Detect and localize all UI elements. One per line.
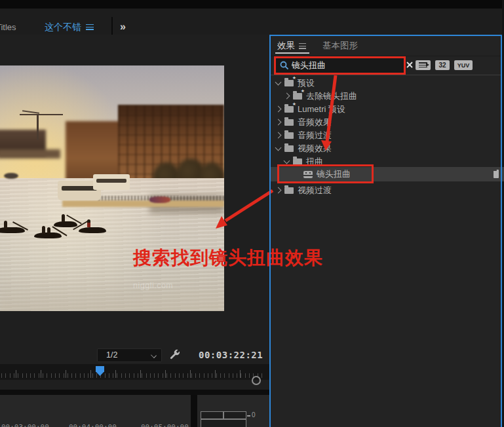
gondolier bbox=[4, 221, 7, 229]
moored-boat bbox=[149, 196, 170, 203]
chevron-right-icon[interactable] bbox=[275, 187, 282, 194]
panel-menu-icon[interactable] bbox=[299, 43, 306, 49]
annotation-note-text: 搜索找到镜头扭曲效果 bbox=[133, 246, 323, 270]
tree-item-video-transitions[interactable]: 视频过渡 bbox=[271, 184, 504, 197]
tree-item-lens-distortion-selected[interactable]: 镜头扭曲 bbox=[271, 167, 504, 181]
effect-icon bbox=[303, 171, 313, 178]
tree-item-distort[interactable]: 扭曲 bbox=[271, 155, 504, 168]
tree-item-audio-transitions[interactable]: 音频过渡 bbox=[271, 129, 504, 142]
bin-icon bbox=[284, 132, 294, 139]
chevron-right-icon[interactable] bbox=[275, 132, 282, 139]
effects-search-box[interactable] bbox=[276, 58, 404, 73]
watermark-text: niggli.com bbox=[133, 281, 173, 290]
header-seam bbox=[271, 56, 501, 56]
tree-label: 去除镜头扭曲 bbox=[306, 90, 357, 102]
audio-meter bbox=[201, 411, 246, 427]
tree-item-remove-lens-distortion[interactable]: 去除镜头扭曲 bbox=[271, 90, 504, 103]
audio-meter-panel: 0 bbox=[197, 395, 270, 427]
gondolier bbox=[42, 226, 45, 234]
search-icon bbox=[280, 61, 289, 73]
search-input[interactable] bbox=[292, 58, 400, 73]
crane-mast bbox=[37, 114, 39, 140]
panel-seam bbox=[0, 390, 270, 395]
tab-titles[interactable]: Titles bbox=[0, 22, 16, 32]
filter-yuv-button[interactable]: YUV bbox=[454, 60, 473, 70]
tab-essential-graphics[interactable]: 基本图形 bbox=[322, 40, 358, 52]
bin-icon bbox=[284, 145, 294, 152]
crane-icon bbox=[20, 114, 63, 115]
chevron-down-icon[interactable] bbox=[275, 79, 282, 86]
zoom-level-select[interactable]: 1/2 bbox=[97, 348, 162, 362]
chevron-down-icon[interactable] bbox=[284, 158, 290, 164]
tree-label: 音频过渡 bbox=[298, 130, 332, 141]
preset-bin-icon bbox=[284, 80, 294, 86]
tree-item-presets[interactable]: 预设 bbox=[271, 77, 504, 90]
video-preview[interactable]: niggli.com bbox=[0, 65, 224, 311]
filter-32bit-button[interactable]: 32 bbox=[435, 60, 450, 70]
program-monitor-panel: niggli.com 1/2 00:03:22:21 bbox=[0, 35, 270, 393]
tab-overflow-chevron[interactable]: » bbox=[120, 21, 126, 33]
tree-item-audio-effects[interactable]: 音频效果 bbox=[271, 116, 504, 129]
tree-label: 镜头扭曲 bbox=[317, 168, 351, 180]
tree-item-video-effects[interactable]: 视频效果 bbox=[271, 142, 504, 155]
panel-menu-icon[interactable] bbox=[86, 24, 94, 30]
tree-label: 视频效果 bbox=[298, 143, 332, 155]
monitor-timeline-ruler[interactable] bbox=[0, 364, 270, 380]
gondolier bbox=[62, 214, 65, 222]
tab-active-sequence[interactable]: 这个不错 bbox=[45, 22, 81, 33]
tab-effects[interactable]: 效果 bbox=[277, 40, 295, 52]
panel-tab-bar: Titles 这个不错 » bbox=[0, 9, 504, 37]
tree-label: 预设 bbox=[298, 77, 315, 89]
window-top-strip bbox=[0, 0, 504, 9]
preset-bin-icon bbox=[284, 106, 294, 113]
premiere-window: Titles 这个不错 » bbox=[0, 0, 504, 427]
gondola bbox=[54, 221, 77, 227]
zoom-scroll-handle[interactable] bbox=[252, 376, 261, 385]
active-tab-underline bbox=[275, 52, 309, 54]
timeline-ruler-label: 00:03:00:00 bbox=[1, 423, 49, 427]
tree-label: 扭曲 bbox=[306, 156, 323, 168]
quay bbox=[62, 200, 224, 207]
vaporetto-boat bbox=[93, 174, 130, 190]
chevron-down-icon[interactable] bbox=[275, 145, 282, 151]
bin-icon bbox=[293, 158, 302, 165]
passenger bbox=[47, 227, 50, 233]
settings-wrench-icon[interactable] bbox=[168, 348, 182, 360]
distant-boat bbox=[4, 173, 18, 179]
duration-timecode: 00:03:22:21 bbox=[199, 350, 263, 360]
preset-bin-icon bbox=[293, 93, 302, 100]
ruler-ticks-major bbox=[16, 370, 263, 378]
clear-search-icon[interactable] bbox=[406, 62, 421, 73]
meter-zero-label: 0 bbox=[252, 411, 256, 418]
panel-gap bbox=[191, 395, 197, 427]
tiltshift-blur bbox=[0, 282, 224, 311]
chevron-down-icon bbox=[151, 352, 157, 358]
chevron-right-icon[interactable] bbox=[284, 93, 290, 100]
tree-label: 音频效果 bbox=[298, 117, 332, 128]
bin-icon bbox=[284, 119, 294, 126]
search-divider bbox=[271, 75, 501, 75]
bin-icon bbox=[284, 187, 294, 194]
zoom-level-value: 1/2 bbox=[106, 350, 117, 360]
tree-label: Lumetri 预设 bbox=[298, 103, 345, 115]
gondola bbox=[34, 232, 62, 238]
gondola bbox=[79, 227, 106, 233]
timeline-ruler-label: 00:05:00:00 bbox=[141, 423, 189, 427]
accelerated-effect-badge-icon bbox=[494, 170, 499, 178]
timeline-panel[interactable]: 00:03:00:00 00:04:00:00 00:05:00:00 bbox=[0, 395, 191, 427]
left-dock bbox=[0, 149, 60, 158]
chevron-right-icon[interactable] bbox=[275, 119, 282, 126]
tree-label: 视频过渡 bbox=[298, 185, 332, 196]
timeline-ruler-label: 00:04:00:00 bbox=[69, 423, 117, 427]
chevron-right-icon[interactable] bbox=[275, 106, 282, 113]
tree-item-lumetri-presets[interactable]: Lumetri 预设 bbox=[271, 103, 504, 116]
meter-tick bbox=[247, 415, 250, 417]
